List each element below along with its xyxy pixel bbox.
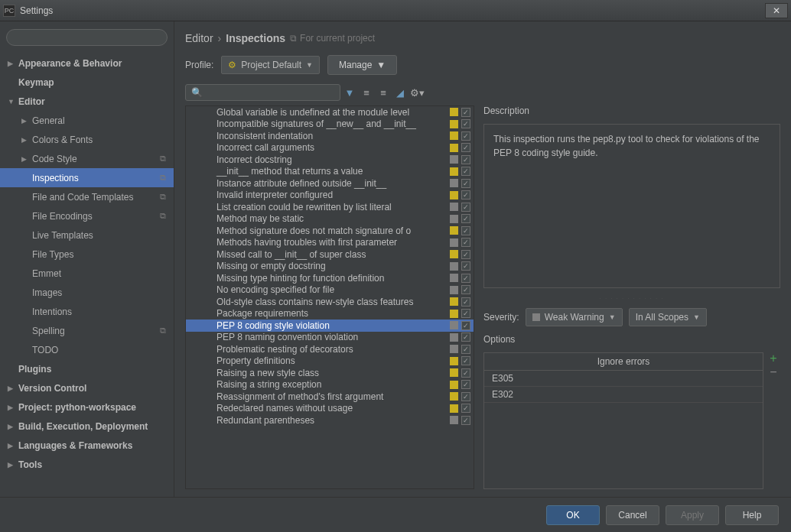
ok-button[interactable]: OK (546, 505, 600, 525)
settings-search-input[interactable] (6, 29, 168, 46)
sidebar-item-editor[interactable]: Editor (0, 92, 174, 111)
inspection-checkbox[interactable]: ✓ (461, 238, 470, 247)
sidebar-item-images[interactable]: Images (0, 283, 174, 302)
sidebar-item-file-encodings[interactable]: File Encodings⧉ (0, 206, 174, 225)
sidebar-item-appearance-behavior[interactable]: Appearance & Behavior (0, 54, 174, 73)
inspection-row[interactable]: Missing or empty docstring✓ (186, 261, 474, 273)
inspection-checkbox[interactable]: ✓ (461, 332, 470, 342)
sidebar-item-tools[interactable]: Tools (0, 455, 174, 474)
sidebar-item-intentions[interactable]: Intentions (0, 302, 174, 321)
cancel-button[interactable]: Cancel (606, 505, 659, 525)
inspection-row[interactable]: Global variable is undefined at the modu… (186, 106, 474, 118)
inspection-row[interactable]: Incorrect docstring✓ (186, 154, 474, 166)
gear-icon[interactable]: ⚙▾ (409, 85, 425, 100)
inspection-row[interactable]: __init__ method that returns a value✓ (186, 166, 474, 178)
sidebar-item-version-control[interactable]: Version Control (0, 378, 174, 397)
inspection-row[interactable]: No encoding specified for file✓ (186, 284, 474, 297)
inspection-row[interactable]: Incorrect call arguments✓ (186, 142, 474, 154)
sidebar-item-project-python-workspace[interactable]: Project: python-workspace (0, 397, 174, 417)
inspection-checkbox[interactable]: ✓ (461, 392, 470, 401)
inspection-row[interactable]: Redeclared names without usage✓ (186, 403, 474, 415)
profile-combo[interactable]: ⚙ Project Default ▼ (221, 56, 320, 74)
inspection-checkbox[interactable]: ✓ (461, 167, 470, 176)
apply-button[interactable]: Apply (666, 505, 719, 525)
remove-error-button[interactable]: − (767, 366, 780, 378)
sidebar-item-inspections[interactable]: Inspections⧉ (0, 168, 174, 187)
sidebar-item-colors-fonts[interactable]: Colors & Fonts (0, 130, 174, 149)
sidebar-item-file-and-code-templates[interactable]: File and Code Templates⧉ (0, 187, 174, 206)
inspection-row[interactable]: Raising a string exception✓ (186, 379, 474, 391)
inspection-checkbox[interactable]: ✓ (461, 297, 470, 307)
scope-combo[interactable]: In All Scopes ▼ (629, 308, 707, 326)
sidebar-item-live-templates[interactable]: Live Templates (0, 225, 174, 245)
sidebar-item-todo[interactable]: TODO (0, 340, 174, 359)
inspection-checkbox[interactable]: ✓ (461, 203, 470, 212)
manage-button[interactable]: Manage ▼ (327, 55, 397, 75)
inspection-checkbox[interactable]: ✓ (461, 285, 470, 294)
inspection-row[interactable]: Method may be static✓ (186, 213, 474, 225)
inspection-row[interactable]: Property definitions✓ (186, 355, 474, 368)
inspection-row[interactable]: PEP 8 coding style violation✓ (186, 320, 474, 332)
inspection-checkbox[interactable]: ✓ (461, 250, 470, 259)
filter-icon[interactable]: ▼ (342, 85, 357, 100)
sidebar-item-code-style[interactable]: Code Style⧉ (0, 149, 174, 168)
inspection-checkbox[interactable]: ✓ (461, 368, 470, 378)
inspection-row[interactable]: Raising a new style class✓ (186, 367, 474, 379)
inspection-checkbox[interactable]: ✓ (461, 416, 470, 425)
sidebar-item-languages-frameworks[interactable]: Languages & Frameworks (0, 436, 174, 455)
inspection-checkbox[interactable]: ✓ (461, 190, 470, 200)
inspection-checkbox[interactable]: ✓ (461, 214, 470, 223)
inspection-row[interactable]: Methods having troubles with first param… (186, 237, 474, 249)
expand-icon[interactable]: ≡ (359, 85, 374, 100)
inspection-checkbox[interactable]: ✓ (461, 345, 470, 354)
inspection-row[interactable]: PEP 8 naming convention violation✓ (186, 332, 474, 344)
help-button[interactable]: Help (725, 505, 779, 525)
inspection-checkbox[interactable]: ✓ (461, 155, 470, 164)
sidebar-item-spelling[interactable]: Spelling⧉ (0, 321, 174, 340)
inspection-row[interactable]: Reassignment of method's first argument✓ (186, 391, 474, 403)
inspection-checkbox[interactable]: ✓ (461, 356, 470, 365)
reset-icon[interactable]: ◢ (392, 85, 408, 100)
inspection-row[interactable]: Instance attribute defined outside __ini… (186, 177, 474, 190)
inspection-checkbox[interactable]: ✓ (461, 309, 470, 318)
inspection-checkbox[interactable]: ✓ (461, 261, 470, 271)
inspection-checkbox[interactable]: ✓ (461, 274, 470, 283)
inspection-checkbox[interactable]: ✓ (461, 131, 470, 141)
inspection-row[interactable]: Problematic nesting of decorators✓ (186, 343, 474, 355)
sidebar-item-emmet[interactable]: Emmet (0, 264, 174, 283)
sidebar-item-label: Intentions (32, 307, 72, 317)
inspection-row[interactable]: Incompatible signatures of __new__ and _… (186, 118, 474, 131)
splitter-grip[interactable]: · · · · · · · · · · · · (483, 296, 780, 300)
inspection-checkbox[interactable]: ✓ (461, 119, 470, 128)
inspection-row[interactable]: List creation could be rewritten by list… (186, 201, 474, 213)
inspection-checkbox[interactable]: ✓ (461, 321, 470, 330)
inspection-row[interactable]: Inconsistent indentation✓ (186, 130, 474, 142)
collapse-icon[interactable]: ≡ (376, 85, 391, 100)
inspection-row[interactable]: Missed call to __init__ of super class✓ (186, 248, 474, 261)
sidebar-item-general[interactable]: General (0, 111, 174, 130)
sidebar-item-keymap[interactable]: Keymap (0, 73, 174, 92)
inspection-checkbox[interactable]: ✓ (461, 404, 470, 413)
sidebar-item-file-types[interactable]: File Types (0, 245, 174, 264)
inspection-checkbox[interactable]: ✓ (461, 226, 470, 235)
ignore-errors-list[interactable]: Ignore errors E305E302 (483, 352, 763, 489)
inspection-checkbox[interactable]: ✓ (461, 108, 470, 117)
inspection-checkbox[interactable]: ✓ (461, 179, 470, 188)
sidebar-item-build-execution-deployment[interactable]: Build, Execution, Deployment (0, 417, 174, 436)
inspection-checkbox[interactable]: ✓ (461, 143, 470, 152)
inspection-row[interactable]: Method signature does not match signatur… (186, 225, 474, 237)
inspection-row[interactable]: Missing type hinting for function defini… (186, 272, 474, 284)
severity-indicator (450, 333, 458, 342)
inspection-row[interactable]: Redundant parentheses✓ (186, 414, 474, 427)
close-button[interactable]: ✕ (765, 3, 788, 18)
inspection-row[interactable]: Invalid interpreter configured✓ (186, 190, 474, 202)
inspection-search-input[interactable] (185, 84, 340, 101)
ignore-error-item[interactable]: E305 (484, 371, 763, 387)
severity-combo[interactable]: Weak Warning ▼ (526, 308, 623, 326)
inspection-checkbox[interactable]: ✓ (461, 380, 470, 389)
ignore-error-item[interactable]: E302 (484, 387, 763, 403)
inspection-row[interactable]: Old-style class contains new-style class… (186, 296, 474, 308)
sidebar-item-plugins[interactable]: Plugins (0, 359, 174, 378)
add-error-button[interactable]: + (767, 352, 780, 365)
inspection-row[interactable]: Package requirements✓ (186, 308, 474, 320)
